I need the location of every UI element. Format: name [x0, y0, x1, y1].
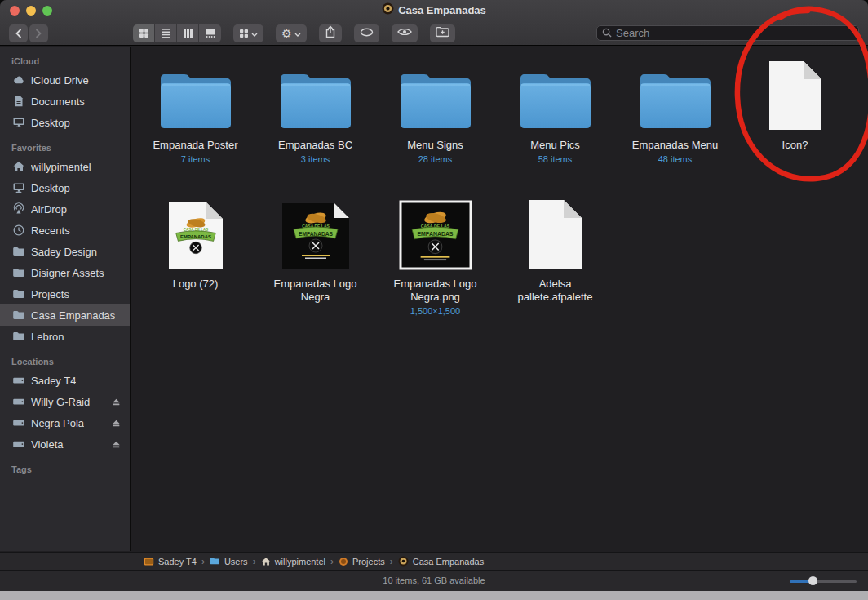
path-item-willypimentel[interactable]: willypimentel: [261, 557, 326, 567]
path-item-label: Sadey T4: [158, 557, 197, 567]
zoom-slider-knob[interactable]: [808, 576, 817, 585]
search-field[interactable]: [596, 25, 859, 41]
file-icon[interactable]: Icon?: [735, 50, 855, 189]
file-empanadas-bc[interactable]: Empanadas BC3 items: [255, 50, 375, 189]
path-item-label: Users: [224, 557, 248, 567]
file-adelsa-pallete-afpalette[interactable]: Adelsa pallete.afpalette: [495, 189, 615, 327]
documents-icon: [11, 95, 25, 108]
back-button[interactable]: [9, 24, 28, 42]
path-item-users[interactable]: Users: [210, 557, 248, 567]
folder-icon: [157, 50, 235, 135]
sidebar-item-willy-g-raid[interactable]: Willy G-Raid: [0, 391, 130, 412]
path-item-sadey-t4[interactable]: Sadey T4: [144, 557, 197, 567]
eject-icon[interactable]: [111, 397, 122, 407]
sidebar-item-desktop[interactable]: Desktop: [0, 177, 130, 198]
folder-icon: [11, 330, 25, 343]
action-button[interactable]: ⚙: [276, 24, 307, 42]
screen: Casa Empanadas: [0, 0, 868, 600]
file-menu-pics[interactable]: Menu Pics58 items: [495, 50, 615, 189]
share-button[interactable]: [319, 24, 342, 42]
zoom-button[interactable]: [42, 6, 52, 16]
sidebar-item-disigner-assets[interactable]: Disigner Assets: [0, 262, 130, 283]
gallery-view-button[interactable]: [199, 24, 221, 42]
sidebar-item-label: Lebron: [31, 331, 64, 343]
sidebar-item-projects[interactable]: Projects: [0, 283, 130, 304]
sidebar: iCloudiCloud DriveDocumentsDesktopFavori…: [0, 47, 131, 551]
sidebar-item-label: Desktop: [31, 117, 70, 129]
folder-icon: [11, 287, 25, 300]
list-view-button[interactable]: [155, 24, 177, 42]
zoom-slider-track[interactable]: [790, 580, 857, 583]
file-name: Empanadas Logo Negra.png: [382, 278, 489, 304]
column-view-button[interactable]: [177, 24, 199, 42]
sidebar-item-icloud-drive[interactable]: iCloud Drive: [0, 69, 130, 91]
recents-icon: [11, 224, 25, 237]
sidebar-item-label: Violeta: [31, 438, 64, 451]
tags-button[interactable]: [354, 24, 379, 42]
file-grid[interactable]: Empanada Poster7 itemsEmpanadas BC3 item…: [131, 47, 868, 551]
file-info: 7 items: [181, 154, 210, 164]
sidebar-section-title: iCloud: [0, 50, 130, 69]
finder-window: Casa Empanadas: [0, 0, 868, 591]
file-empanada-poster[interactable]: Empanada Poster7 items: [135, 50, 255, 189]
desktop-icon: [11, 181, 25, 194]
sidebar-item-label: Desktop: [31, 182, 70, 194]
eject-icon[interactable]: [111, 418, 122, 429]
file-info: 28 items: [418, 154, 453, 164]
zoom-slider[interactable]: [790, 580, 857, 583]
sidebar-item-violeta[interactable]: Violeta: [0, 433, 130, 455]
file-empanadas-logo-negra-png[interactable]: CASA DE LASEMPANADASEmpanadas Logo Negra…: [375, 189, 495, 327]
sidebar-item-label: Recents: [31, 224, 70, 237]
sidebar-item-label: Projects: [31, 288, 69, 300]
eject-icon[interactable]: [111, 439, 122, 450]
file-empanadas-logo-negra[interactable]: CASA DE LASEMPANADASEmpanadas Logo Negra: [255, 189, 375, 327]
group-button[interactable]: [233, 24, 264, 42]
sidebar-item-negra-pola[interactable]: Negra Pola: [0, 412, 130, 433]
desktop-icon: [11, 116, 25, 129]
search-input[interactable]: [616, 27, 853, 39]
path-separator-icon: ›: [390, 556, 393, 567]
title-bar[interactable]: Casa Empanadas: [0, 0, 868, 20]
sidebar-item-label: Sadey T4: [31, 375, 76, 387]
sidebar-item-sadey-design[interactable]: Sadey Design: [0, 241, 130, 262]
sidebar-item-airdrop[interactable]: AirDrop: [0, 198, 130, 220]
drive-icon: [11, 374, 25, 387]
path-item-casa-empanadas[interactable]: Casa Empanadas: [398, 556, 484, 567]
file-name: Empanada Poster: [153, 139, 237, 152]
sidebar-item-documents[interactable]: Documents: [0, 91, 130, 112]
desktop-strip: [0, 591, 868, 600]
projects-small-icon: [339, 557, 348, 567]
quicklook-button[interactable]: [392, 24, 418, 42]
path-separator-icon: ›: [253, 556, 256, 567]
home-icon: [11, 160, 25, 173]
file-info: 1,500×1,500: [410, 306, 460, 316]
sidebar-item-label: willypimentel: [31, 161, 91, 173]
close-button[interactable]: [10, 6, 20, 16]
folder-small-icon: [210, 557, 220, 566]
new-folder-icon: [436, 26, 450, 40]
sidebar-item-recents[interactable]: Recents: [0, 220, 130, 241]
file-empanadas-menu[interactable]: Empanadas Menu48 items: [615, 50, 735, 189]
forward-button[interactable]: [29, 24, 48, 42]
sidebar-section-title: Locations: [0, 347, 130, 370]
airdrop-icon: [11, 202, 25, 216]
minimize-button[interactable]: [26, 6, 36, 16]
new-folder-button[interactable]: [430, 24, 455, 42]
search-icon: [602, 26, 612, 41]
image-dark-framed-icon: CASA DE LASEMPANADAS: [399, 189, 472, 273]
sidebar-item-lebron[interactable]: Lebron: [0, 326, 130, 347]
status-text: 10 items, 61 GB available: [0, 571, 868, 591]
icon-view-button[interactable]: [133, 24, 155, 42]
sidebar-item-sadey-t4[interactable]: Sadey T4: [0, 370, 130, 391]
view-switcher: [133, 24, 221, 42]
sidebar-item-willypimentel[interactable]: willypimentel: [0, 156, 130, 177]
svg-text:EMPANADAS: EMPANADAS: [298, 231, 333, 237]
sidebar-item-desktop[interactable]: Desktop: [0, 112, 130, 133]
file-menu-signs[interactable]: Menu Signs28 items: [375, 50, 495, 189]
file-logo-72[interactable]: CASA DE LASEMPANADASLogo (72): [135, 189, 255, 327]
sidebar-item-label: Casa Empanadas: [31, 309, 115, 322]
sidebar-item-casa-empanadas[interactable]: Casa Empanadas: [0, 304, 130, 326]
file-name: Adelsa pallete.afpalette: [502, 278, 609, 304]
drive-icon: [11, 395, 25, 408]
path-item-projects[interactable]: Projects: [339, 557, 385, 567]
